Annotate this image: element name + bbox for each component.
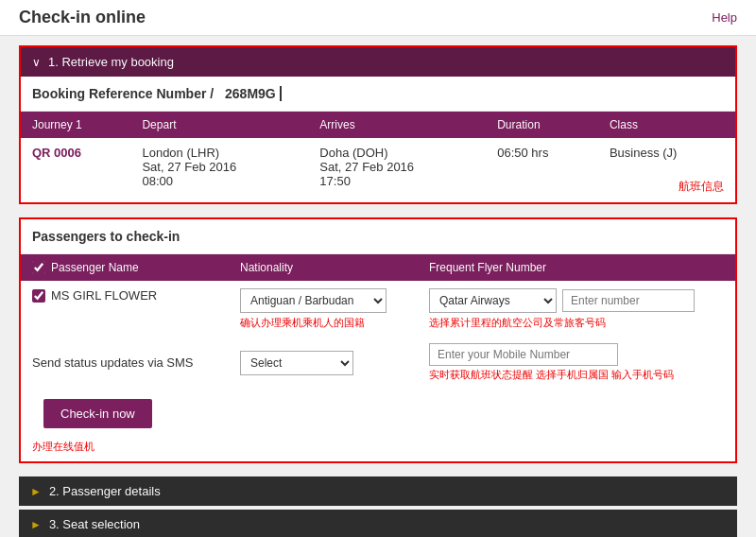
sms-select-cell: Select Qatar (+974) UK (+44) USA (+1)	[229, 338, 418, 388]
arrive-date: Sat, 27 Feb 2016	[319, 160, 414, 174]
section3-label: 2. Passenger details	[49, 484, 161, 498]
booking-table: Journey 1 Depart Arrives Duration Class …	[21, 112, 735, 202]
header-checkbox[interactable]	[32, 261, 45, 274]
section1-label: 1. Retrieve my booking	[48, 55, 174, 69]
nationality-cell: Antiguan / Barbudan British Qatari Ameri…	[229, 281, 418, 338]
booking-ref-header: Booking Reference Number / 268M9G	[21, 77, 735, 112]
col-ff: Frequent Flyer Number	[418, 254, 735, 281]
top-bar: Check-in online Help	[0, 0, 756, 36]
arrive-cell: Doha (DOH) Sat, 27 Feb 2016 17:50	[308, 138, 486, 202]
flight-number: QR 0006	[32, 146, 81, 160]
depart-cell: London (LHR) Sat, 27 Feb 2016 08:00	[130, 138, 308, 202]
ff-annotation: 选择累计里程的航空公司及常旅客号码	[429, 316, 724, 330]
nationality-dropdown[interactable]: Antiguan / Barbudan British Qatari Ameri…	[240, 288, 387, 313]
sms-mobile-cell: 实时获取航班状态提醒 选择手机归属国 输入手机号码	[418, 338, 735, 388]
col-class: Class	[598, 112, 735, 138]
sms-annotation: 实时获取航班状态提醒 选择手机归属国 输入手机号码	[429, 368, 724, 382]
section-retrieve-booking: ∨ 1. Retrieve my booking Booking Referen…	[19, 45, 737, 204]
mobile-number-input[interactable]	[429, 343, 618, 366]
collapsed-sections: ► 2. Passenger details ► 3. Seat selecti…	[19, 476, 737, 537]
class-cell: Business (J) 航班信息	[598, 138, 735, 202]
sms-country-dropdown[interactable]: Select Qatar (+974) UK (+44) USA (+1)	[240, 351, 353, 375]
section3-arrow-icon: ►	[30, 485, 42, 498]
col-arrives: Arrives	[308, 112, 486, 138]
passengers-header: Passengers to check-in	[21, 219, 735, 254]
sms-row: Send status updates via SMS Select Qatar…	[21, 338, 735, 388]
ff-cell: Qatar Airways British Airways Emirates L…	[418, 281, 735, 338]
checkin-button-area: Check-in now	[21, 388, 735, 438]
class-value: Business (J)	[610, 146, 678, 160]
airline-dropdown[interactable]: Qatar Airways British Airways Emirates L…	[429, 288, 557, 313]
duration-cell: 06:50 hrs	[486, 138, 598, 202]
section1-header[interactable]: ∨ 1. Retrieve my booking	[21, 47, 735, 77]
passenger-checkbox[interactable]	[32, 289, 45, 303]
col-pax-name: Passenger Name	[21, 254, 229, 281]
section1-chevron-icon: ∨	[32, 56, 41, 69]
main-content: ∨ 1. Retrieve my booking Booking Referen…	[0, 36, 756, 537]
passengers-table: Passenger Name Nationality Frequent Flye…	[21, 254, 735, 388]
col-journey: Journey 1	[21, 112, 130, 138]
checkin-button[interactable]: Check-in now	[43, 399, 152, 428]
passenger-name: MS GIRL FLOWER	[51, 288, 157, 303]
booking-ref-label: Booking Reference Number /	[32, 86, 214, 101]
passengers-label: Passengers to check-in	[32, 229, 180, 244]
ff-number-input[interactable]	[562, 289, 695, 312]
sms-label: Send status updates via SMS	[32, 355, 194, 370]
section-passengers: Passengers to check-in Passenger Name Na…	[19, 217, 737, 463]
booking-ref-value: 268M9G	[225, 86, 276, 101]
arrive-time: 17:50	[319, 174, 351, 188]
section-passenger-details[interactable]: ► 2. Passenger details	[19, 476, 737, 506]
flight-info-link[interactable]: 航班信息	[679, 180, 724, 193]
text-cursor	[280, 86, 282, 101]
page-title: Check-in online	[19, 8, 146, 27]
arrive-city: Doha (DOH)	[319, 146, 387, 160]
depart-time: 08:00	[142, 174, 173, 188]
col-duration: Duration	[486, 112, 598, 138]
col-depart: Depart	[130, 112, 308, 138]
section4-label: 3. Seat selection	[49, 517, 140, 531]
help-link[interactable]: Help	[712, 10, 737, 25]
nat-annotation: 确认办理乘机乘机人的国籍	[240, 316, 406, 330]
pax-name-cell: MS GIRL FLOWER	[21, 281, 229, 338]
checkin-annotation: 办理在线值机	[21, 438, 735, 461]
passenger-row: MS GIRL FLOWER Antiguan / Barbudan Briti…	[21, 281, 735, 338]
sms-label-cell: Send status updates via SMS	[21, 338, 229, 388]
section-seat-selection[interactable]: ► 3. Seat selection	[19, 510, 737, 537]
table-row: QR 0006 London (LHR) Sat, 27 Feb 2016 08…	[21, 138, 735, 202]
section4-arrow-icon: ►	[30, 518, 42, 531]
col-nationality: Nationality	[229, 254, 418, 281]
depart-date: Sat, 27 Feb 2016	[142, 160, 236, 174]
depart-city: London (LHR)	[142, 146, 219, 160]
